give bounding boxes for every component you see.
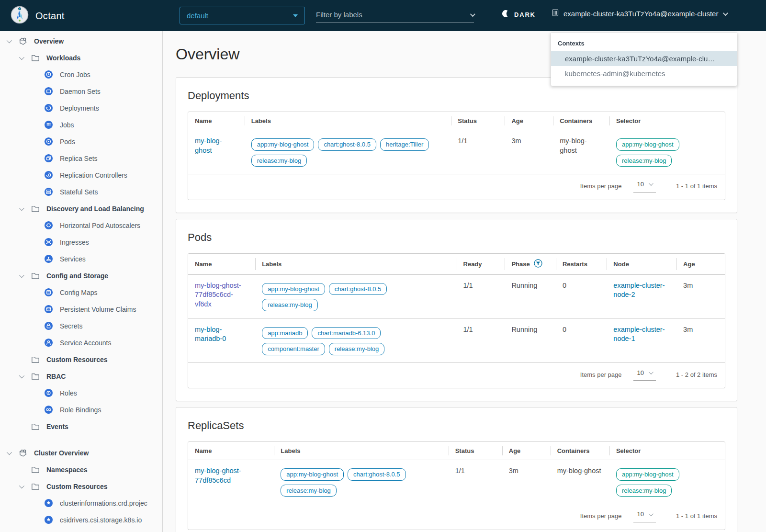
sidebar-item-role-bindings[interactable]: Role Bindings	[0, 401, 162, 418]
restarts-cell: 0	[556, 318, 607, 362]
context-selected-label: example-cluster-ka3TuTzYo4a@example-clus…	[563, 10, 718, 18]
folder-icon	[31, 465, 40, 475]
selector-chip[interactable]: app:my-blog-ghost	[616, 138, 679, 151]
sidebar-item-secrets[interactable]: Secrets	[0, 317, 162, 334]
deployment-name-link[interactable]: my-blog-ghost	[195, 137, 222, 154]
items-per-page-select[interactable]: 10	[633, 180, 656, 192]
column-header: Labels	[255, 254, 456, 275]
label-chip[interactable]: app:my-blog-ghost	[262, 283, 325, 295]
age-cell: 3m	[505, 130, 553, 174]
sidebar-item-services[interactable]: Services	[0, 250, 162, 267]
context-menu-item[interactable]: example-cluster-ka3TuTzYo4a@example-clu…	[551, 51, 737, 66]
chevron-down-icon[interactable]	[17, 274, 24, 278]
chevron-down-icon[interactable]	[17, 374, 24, 378]
age-cell: 3m	[502, 460, 551, 504]
sidebar-item-csidrivers-crd[interactable]: csidrivers.csi.storage.k8s.io	[0, 511, 162, 528]
deployment-resource-icon	[44, 103, 54, 113]
column-header: Ready	[457, 254, 505, 275]
sidebar-item-workloads[interactable]: Workloads	[0, 49, 162, 66]
filter-funnel-icon[interactable]	[534, 259, 542, 269]
column-header: Node	[607, 254, 676, 275]
sidebar-item-jobs[interactable]: Jobs	[0, 116, 162, 133]
folder-icon	[31, 204, 40, 214]
chevron-down-icon[interactable]	[17, 485, 24, 488]
sidebar-item-events[interactable]: Events	[0, 418, 162, 435]
sidebar-item-config-maps[interactable]: Config Maps	[0, 284, 162, 301]
sidebar-item-rbac[interactable]: RBAC	[0, 368, 162, 385]
sidebar-item-replica-sets[interactable]: Replica Sets	[0, 150, 162, 167]
label-chip[interactable]: app:my-blog-ghost	[251, 138, 315, 151]
sidebar-item-cron-jobs[interactable]: Cron Jobs	[0, 66, 162, 83]
sidebar-item-roles[interactable]: Roles	[0, 385, 162, 401]
status-cell: 1/1	[451, 130, 505, 174]
sidebar-item-persistent-volume-claims[interactable]: Persistent Volume Claims	[0, 301, 162, 317]
node-link[interactable]: example-cluster-node-2	[613, 282, 665, 299]
label-chip[interactable]: release:my-blog	[329, 343, 385, 355]
app-title: Octant	[35, 11, 65, 22]
sidebar-item-service-accounts[interactable]: Service Accounts	[0, 334, 162, 351]
chevron-down-icon[interactable]	[5, 39, 12, 43]
label-chip[interactable]: chart:ghost-8.0.5	[348, 468, 406, 481]
sidebar-item-overview[interactable]: Overview	[0, 33, 162, 49]
pod-name-link[interactable]: my-blog-ghost-77df85c6cd-vf6dx	[195, 282, 241, 308]
label-chip[interactable]: release:my-blog	[281, 485, 337, 497]
label-chip[interactable]: release:my-blog	[251, 155, 307, 167]
sidebar-item-clusterinformations-crd[interactable]: clusterinformations.crd.projec	[0, 495, 162, 511]
top-header: Octant default DARK example-cluster-ka3T…	[0, 0, 766, 31]
sidebar-item-config-and-storage[interactable]: Config and Storage	[0, 267, 162, 284]
items-per-page-label: Items per page	[580, 182, 622, 191]
label-chip[interactable]: app:mariadb	[262, 327, 308, 340]
secret-resource-icon	[44, 321, 54, 331]
sidebar-item-deployments[interactable]: Deployments	[0, 100, 162, 116]
dark-mode-toggle[interactable]: DARK	[502, 10, 536, 20]
sidebar-item-pods[interactable]: Pods	[0, 133, 162, 150]
selector-chip[interactable]: release:my-blog	[616, 485, 672, 497]
column-header: Name	[188, 254, 255, 275]
brand: Octant	[11, 6, 65, 26]
items-per-page-select[interactable]: 10	[633, 510, 656, 522]
namespace-select[interactable]: default	[180, 7, 305, 24]
sidebar-item-replication-controllers[interactable]: Replication Controllers	[0, 167, 162, 183]
sidebar-item-cluster-overview[interactable]: Cluster Overview	[0, 444, 162, 461]
context-menu-item[interactable]: kubernetes-admin@kubernetes	[551, 66, 737, 81]
sidebar-item-cluster-custom-resources[interactable]: Custom Resources	[0, 478, 162, 495]
label-chip[interactable]: release:my-blog	[262, 299, 318, 311]
moon-icon	[502, 10, 510, 20]
sidebar-item-custom-resources[interactable]: Custom Resources	[0, 351, 162, 368]
folder-icon	[31, 422, 40, 431]
chevron-down-icon[interactable]	[470, 11, 475, 16]
context-selector[interactable]: example-cluster-ka3TuTzYo4a@example-clus…	[552, 9, 727, 19]
label-chip[interactable]: chart:ghost-8.0.5	[329, 283, 387, 295]
chevron-down-icon[interactable]	[17, 56, 24, 60]
column-header: Containers	[553, 112, 609, 130]
role-resource-icon	[44, 388, 54, 398]
chevron-down-icon[interactable]	[17, 207, 24, 211]
restarts-cell: 0	[556, 274, 607, 318]
column-header: Selector	[609, 112, 725, 130]
pod-name-link[interactable]: my-blog-mariadb-0	[195, 326, 226, 343]
replicaset-name-link[interactable]: my-blog-ghost-77df85c6cd	[195, 467, 241, 484]
chevron-down-icon[interactable]	[5, 451, 12, 455]
sidebar-item-ingresses[interactable]: Ingresses	[0, 234, 162, 250]
deployments-table: Name Labels Status Age Containers Select…	[188, 112, 725, 200]
age-cell: 3m	[676, 274, 725, 318]
label-chip[interactable]: chart:mariadb-6.13.0	[312, 327, 381, 340]
label-filter-input[interactable]	[316, 11, 470, 19]
label-chip[interactable]: component:master	[262, 343, 325, 355]
label-chip[interactable]: chart:ghost-8.0.5	[318, 138, 376, 151]
chevron-down-icon	[649, 511, 653, 516]
cluster-icon	[552, 9, 559, 19]
items-per-page-select[interactable]: 10	[633, 369, 656, 381]
sidebar-item-discovery-and-load-balancing[interactable]: Discovery and Load Balancing	[0, 200, 162, 217]
label-chip[interactable]: app:my-blog-ghost	[281, 468, 344, 481]
sidebar-item-stateful-sets[interactable]: Stateful Sets	[0, 183, 162, 200]
sidebar-item-namespaces[interactable]: Namespaces	[0, 461, 162, 478]
selector-chip[interactable]: release:my-blog	[616, 155, 672, 167]
label-chip[interactable]: heritage:Tiller	[380, 138, 429, 151]
sidebar-item-daemon-sets[interactable]: Daemon Sets	[0, 83, 162, 100]
table-footer-row: Items per page 10 1 - 2 of 2 items	[188, 362, 725, 388]
sidebar-item-horizontal-pod-autoscalers[interactable]: Horizontal Pod Autoscalers	[0, 217, 162, 234]
node-link[interactable]: example-cluster-node-1	[613, 326, 665, 343]
overview-icon	[18, 448, 28, 458]
selector-chip[interactable]: app:my-blog-ghost	[616, 468, 679, 481]
